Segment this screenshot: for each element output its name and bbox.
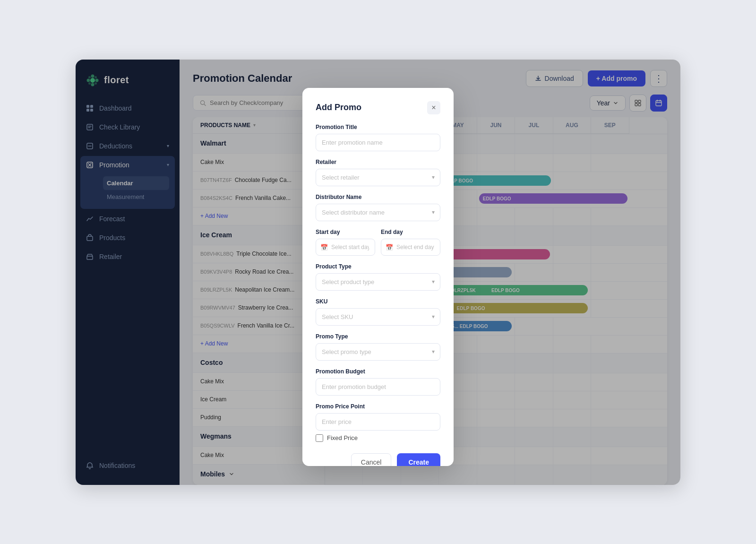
modal-header: Add Promo ×	[316, 101, 440, 114]
budget-input[interactable]	[316, 378, 440, 396]
distributor-select-wrapper: Select distributor name	[316, 204, 440, 221]
start-day-input-wrapper: 📅	[316, 239, 375, 256]
product-type-select-wrapper: Select product type	[316, 273, 440, 291]
fixed-price-label: Fixed Price	[327, 434, 358, 441]
sku-label: SKU	[316, 298, 440, 305]
modal-title: Add Promo	[316, 103, 361, 112]
product-type-label: Product Type	[316, 263, 440, 270]
modal-actions: Cancel Create	[316, 453, 440, 466]
price-point-group: Promo Price Point Fixed Price	[316, 403, 440, 442]
end-day-group: End day 📅	[381, 229, 440, 256]
date-row: Start day 📅 End day 📅	[316, 229, 440, 256]
main-content: Promotion Calendar Download + Add promo …	[180, 60, 680, 485]
fixed-price-checkbox[interactable]	[316, 434, 323, 442]
sku-select[interactable]: Select SKU	[316, 308, 440, 326]
budget-label: Promotion Budget	[316, 368, 440, 375]
distributor-group: Distributor Name Select distributor name	[316, 194, 440, 221]
retailer-group: Retailer Select retailer	[316, 159, 440, 186]
sku-group: SKU Select SKU	[316, 298, 440, 326]
price-point-input[interactable]	[316, 413, 440, 431]
product-type-select[interactable]: Select product type	[316, 273, 440, 291]
create-button[interactable]: Create	[397, 453, 440, 466]
close-icon: ×	[431, 104, 436, 112]
fixed-price-row: Fixed Price	[316, 434, 440, 442]
cancel-button[interactable]: Cancel	[351, 453, 392, 466]
start-day-label: Start day	[316, 229, 375, 235]
price-point-label: Promo Price Point	[316, 403, 440, 410]
modal-overlay[interactable]: Add Promo × Promotion Title Retailer Sel…	[180, 60, 680, 485]
sku-select-wrapper: Select SKU	[316, 308, 440, 326]
budget-group: Promotion Budget	[316, 368, 440, 396]
start-day-group: Start day 📅	[316, 229, 375, 256]
calendar-end-icon: 📅	[386, 243, 393, 250]
product-type-group: Product Type Select product type	[316, 263, 440, 291]
promotion-title-group: Promotion Title	[316, 124, 440, 151]
promo-type-group: Promo Type Select promo type	[316, 333, 440, 361]
end-day-input-wrapper: 📅	[381, 239, 440, 256]
date-range-group: Start day 📅 End day 📅	[316, 229, 440, 256]
distributor-label: Distributor Name	[316, 194, 440, 200]
retailer-label: Retailer	[316, 159, 440, 165]
retailer-select[interactable]: Select retailer	[316, 169, 440, 186]
distributor-select[interactable]: Select distributor name	[316, 204, 440, 221]
promotion-title-label: Promotion Title	[316, 124, 440, 130]
modal-close-button[interactable]: ×	[427, 101, 440, 114]
promo-type-select[interactable]: Select promo type	[316, 343, 440, 361]
promo-type-label: Promo Type	[316, 333, 440, 340]
add-promo-modal: Add Promo × Promotion Title Retailer Sel…	[302, 88, 454, 466]
promotion-title-input[interactable]	[316, 134, 440, 151]
end-day-label: End day	[381, 229, 440, 235]
promo-type-select-wrapper: Select promo type	[316, 343, 440, 361]
calendar-start-icon: 📅	[320, 243, 328, 250]
retailer-select-wrapper: Select retailer	[316, 169, 440, 186]
